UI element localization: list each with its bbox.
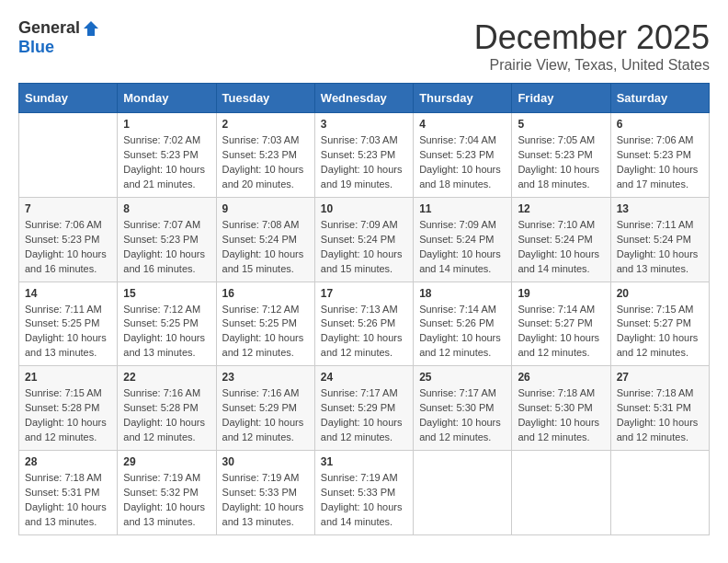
- calendar-cell: 7Sunrise: 7:06 AMSunset: 5:23 PMDaylight…: [19, 197, 118, 282]
- cell-info: Sunrise: 7:18 AMSunset: 5:31 PMDaylight:…: [25, 471, 111, 530]
- cell-info: Sunrise: 7:11 AMSunset: 5:25 PMDaylight:…: [25, 303, 111, 362]
- calendar-cell: 30Sunrise: 7:19 AMSunset: 5:33 PMDayligh…: [216, 451, 314, 535]
- svg-marker-0: [84, 21, 98, 36]
- cell-info: Sunrise: 7:02 AMSunset: 5:23 PMDaylight:…: [123, 133, 210, 192]
- day-of-week-header: Tuesday: [216, 84, 314, 113]
- day-of-week-header: Thursday: [414, 84, 512, 113]
- header: General Blue December 2025 Prairie View,…: [18, 18, 710, 74]
- cell-info: Sunrise: 7:18 AMSunset: 5:30 PMDaylight:…: [518, 386, 604, 445]
- calendar-cell: 5Sunrise: 7:05 AMSunset: 5:23 PMDaylight…: [512, 113, 610, 198]
- day-number: 25: [419, 371, 506, 384]
- calendar-week-row: 14Sunrise: 7:11 AMSunset: 5:25 PMDayligh…: [19, 282, 710, 366]
- day-number: 23: [222, 371, 309, 384]
- cell-info: Sunrise: 7:09 AMSunset: 5:24 PMDaylight:…: [419, 218, 506, 277]
- cell-info: Sunrise: 7:13 AMSunset: 5:26 PMDaylight:…: [321, 303, 407, 362]
- calendar-week-row: 21Sunrise: 7:15 AMSunset: 5:28 PMDayligh…: [19, 366, 710, 451]
- cell-info: Sunrise: 7:18 AMSunset: 5:31 PMDaylight:…: [617, 386, 703, 445]
- cell-info: Sunrise: 7:06 AMSunset: 5:23 PMDaylight:…: [25, 218, 111, 277]
- day-number: 29: [123, 455, 210, 468]
- day-number: 11: [419, 202, 506, 215]
- day-number: 8: [123, 202, 210, 215]
- cell-info: Sunrise: 7:08 AMSunset: 5:24 PMDaylight:…: [222, 218, 309, 277]
- day-number: 19: [518, 287, 604, 300]
- calendar-week-row: 1Sunrise: 7:02 AMSunset: 5:23 PMDaylight…: [19, 113, 710, 198]
- calendar-cell: 12Sunrise: 7:10 AMSunset: 5:24 PMDayligh…: [512, 197, 610, 282]
- day-number: 2: [222, 118, 309, 131]
- calendar-cell: 24Sunrise: 7:17 AMSunset: 5:29 PMDayligh…: [314, 366, 413, 451]
- cell-info: Sunrise: 7:04 AMSunset: 5:23 PMDaylight:…: [419, 133, 506, 192]
- calendar-cell: 6Sunrise: 7:06 AMSunset: 5:23 PMDaylight…: [610, 113, 709, 198]
- calendar-cell: 27Sunrise: 7:18 AMSunset: 5:31 PMDayligh…: [610, 366, 709, 451]
- calendar-cell: [19, 113, 118, 198]
- day-number: 6: [617, 118, 703, 131]
- cell-info: Sunrise: 7:17 AMSunset: 5:29 PMDaylight:…: [321, 386, 407, 445]
- day-number: 9: [222, 202, 309, 215]
- day-number: 24: [321, 371, 407, 384]
- day-number: 15: [123, 287, 210, 300]
- logo-general-text: General: [18, 18, 80, 38]
- cell-info: Sunrise: 7:14 AMSunset: 5:27 PMDaylight:…: [518, 303, 604, 362]
- calendar-cell: 14Sunrise: 7:11 AMSunset: 5:25 PMDayligh…: [19, 282, 118, 366]
- calendar-cell: [610, 451, 709, 535]
- day-number: 20: [617, 287, 703, 300]
- day-number: 7: [25, 202, 111, 215]
- days-of-week-row: SundayMondayTuesdayWednesdayThursdayFrid…: [19, 84, 710, 113]
- calendar-body: 1Sunrise: 7:02 AMSunset: 5:23 PMDaylight…: [19, 113, 710, 535]
- calendar-cell: 18Sunrise: 7:14 AMSunset: 5:26 PMDayligh…: [414, 282, 512, 366]
- day-number: 18: [419, 287, 506, 300]
- logo-blue-text: Blue: [18, 38, 54, 56]
- calendar-cell: 31Sunrise: 7:19 AMSunset: 5:33 PMDayligh…: [314, 451, 413, 535]
- cell-info: Sunrise: 7:06 AMSunset: 5:23 PMDaylight:…: [617, 133, 703, 192]
- cell-info: Sunrise: 7:03 AMSunset: 5:23 PMDaylight:…: [321, 133, 407, 192]
- cell-info: Sunrise: 7:11 AMSunset: 5:24 PMDaylight:…: [617, 218, 703, 277]
- calendar-cell: 20Sunrise: 7:15 AMSunset: 5:27 PMDayligh…: [610, 282, 709, 366]
- calendar-cell: 8Sunrise: 7:07 AMSunset: 5:23 PMDaylight…: [118, 197, 216, 282]
- calendar-cell: 10Sunrise: 7:09 AMSunset: 5:24 PMDayligh…: [314, 197, 413, 282]
- cell-info: Sunrise: 7:14 AMSunset: 5:26 PMDaylight:…: [419, 303, 506, 362]
- day-number: 13: [617, 202, 703, 215]
- day-of-week-header: Wednesday: [314, 84, 413, 113]
- cell-info: Sunrise: 7:12 AMSunset: 5:25 PMDaylight:…: [222, 303, 309, 362]
- day-number: 26: [518, 371, 604, 384]
- calendar-cell: 17Sunrise: 7:13 AMSunset: 5:26 PMDayligh…: [314, 282, 413, 366]
- day-of-week-header: Monday: [118, 84, 216, 113]
- calendar-cell: [414, 451, 512, 535]
- calendar-cell: 16Sunrise: 7:12 AMSunset: 5:25 PMDayligh…: [216, 282, 314, 366]
- calendar-cell: 29Sunrise: 7:19 AMSunset: 5:32 PMDayligh…: [118, 451, 216, 535]
- cell-info: Sunrise: 7:05 AMSunset: 5:23 PMDaylight:…: [518, 133, 604, 192]
- calendar-cell: 4Sunrise: 7:04 AMSunset: 5:23 PMDaylight…: [414, 113, 512, 198]
- cell-info: Sunrise: 7:09 AMSunset: 5:24 PMDaylight:…: [321, 218, 407, 277]
- cell-info: Sunrise: 7:15 AMSunset: 5:28 PMDaylight:…: [25, 386, 111, 445]
- calendar-week-row: 7Sunrise: 7:06 AMSunset: 5:23 PMDaylight…: [19, 197, 710, 282]
- logo-icon: [82, 19, 100, 38]
- day-number: 12: [518, 202, 604, 215]
- day-number: 14: [25, 287, 111, 300]
- cell-info: Sunrise: 7:07 AMSunset: 5:23 PMDaylight:…: [123, 218, 210, 277]
- day-number: 31: [321, 455, 407, 468]
- cell-info: Sunrise: 7:03 AMSunset: 5:23 PMDaylight:…: [222, 133, 309, 192]
- calendar-week-row: 28Sunrise: 7:18 AMSunset: 5:31 PMDayligh…: [19, 451, 710, 535]
- calendar-cell: 28Sunrise: 7:18 AMSunset: 5:31 PMDayligh…: [19, 451, 118, 535]
- calendar-cell: 25Sunrise: 7:17 AMSunset: 5:30 PMDayligh…: [414, 366, 512, 451]
- cell-info: Sunrise: 7:16 AMSunset: 5:29 PMDaylight:…: [222, 386, 309, 445]
- calendar-cell: 11Sunrise: 7:09 AMSunset: 5:24 PMDayligh…: [414, 197, 512, 282]
- month-title: December 2025: [474, 18, 710, 57]
- location-subtitle: Prairie View, Texas, United States: [474, 57, 710, 74]
- calendar-cell: 21Sunrise: 7:15 AMSunset: 5:28 PMDayligh…: [19, 366, 118, 451]
- logo: General Blue: [18, 18, 100, 57]
- cell-info: Sunrise: 7:19 AMSunset: 5:32 PMDaylight:…: [123, 471, 210, 530]
- day-number: 22: [123, 371, 210, 384]
- calendar-cell: 13Sunrise: 7:11 AMSunset: 5:24 PMDayligh…: [610, 197, 709, 282]
- title-area: December 2025 Prairie View, Texas, Unite…: [474, 18, 710, 74]
- calendar-cell: 3Sunrise: 7:03 AMSunset: 5:23 PMDaylight…: [314, 113, 413, 198]
- calendar-cell: [512, 451, 610, 535]
- day-number: 30: [222, 455, 309, 468]
- cell-info: Sunrise: 7:15 AMSunset: 5:27 PMDaylight:…: [617, 303, 703, 362]
- day-number: 16: [222, 287, 309, 300]
- day-number: 28: [25, 455, 111, 468]
- day-number: 4: [419, 118, 506, 131]
- day-number: 27: [617, 371, 703, 384]
- calendar-cell: 22Sunrise: 7:16 AMSunset: 5:28 PMDayligh…: [118, 366, 216, 451]
- calendar-header: SundayMondayTuesdayWednesdayThursdayFrid…: [19, 84, 710, 113]
- day-number: 10: [321, 202, 407, 215]
